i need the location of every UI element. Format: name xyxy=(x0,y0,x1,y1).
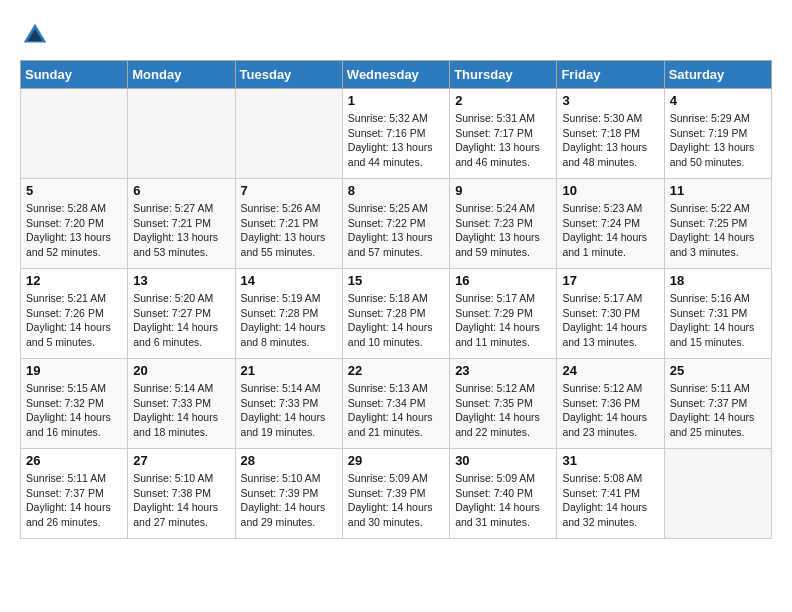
day-detail: Sunrise: 5:29 AMSunset: 7:19 PMDaylight:… xyxy=(670,111,766,170)
day-detail: Sunrise: 5:17 AMSunset: 7:29 PMDaylight:… xyxy=(455,291,551,350)
day-detail: Sunrise: 5:16 AMSunset: 7:31 PMDaylight:… xyxy=(670,291,766,350)
day-detail: Sunrise: 5:24 AMSunset: 7:23 PMDaylight:… xyxy=(455,201,551,260)
day-number: 6 xyxy=(133,183,229,198)
calendar-cell: 24Sunrise: 5:12 AMSunset: 7:36 PMDayligh… xyxy=(557,359,664,449)
day-number: 3 xyxy=(562,93,658,108)
day-number: 18 xyxy=(670,273,766,288)
day-detail: Sunrise: 5:19 AMSunset: 7:28 PMDaylight:… xyxy=(241,291,337,350)
day-number: 26 xyxy=(26,453,122,468)
calendar-cell: 6Sunrise: 5:27 AMSunset: 7:21 PMDaylight… xyxy=(128,179,235,269)
day-detail: Sunrise: 5:25 AMSunset: 7:22 PMDaylight:… xyxy=(348,201,444,260)
calendar-cell xyxy=(128,89,235,179)
calendar-cell: 17Sunrise: 5:17 AMSunset: 7:30 PMDayligh… xyxy=(557,269,664,359)
day-detail: Sunrise: 5:22 AMSunset: 7:25 PMDaylight:… xyxy=(670,201,766,260)
calendar-cell: 15Sunrise: 5:18 AMSunset: 7:28 PMDayligh… xyxy=(342,269,449,359)
day-detail: Sunrise: 5:11 AMSunset: 7:37 PMDaylight:… xyxy=(26,471,122,530)
day-number: 21 xyxy=(241,363,337,378)
day-number: 22 xyxy=(348,363,444,378)
day-number: 25 xyxy=(670,363,766,378)
calendar-cell: 13Sunrise: 5:20 AMSunset: 7:27 PMDayligh… xyxy=(128,269,235,359)
day-detail: Sunrise: 5:12 AMSunset: 7:35 PMDaylight:… xyxy=(455,381,551,440)
page-header xyxy=(20,20,772,50)
calendar-cell: 25Sunrise: 5:11 AMSunset: 7:37 PMDayligh… xyxy=(664,359,771,449)
calendar-cell: 31Sunrise: 5:08 AMSunset: 7:41 PMDayligh… xyxy=(557,449,664,539)
weekday-header: Monday xyxy=(128,61,235,89)
day-detail: Sunrise: 5:08 AMSunset: 7:41 PMDaylight:… xyxy=(562,471,658,530)
day-number: 30 xyxy=(455,453,551,468)
day-number: 7 xyxy=(241,183,337,198)
day-number: 14 xyxy=(241,273,337,288)
day-number: 4 xyxy=(670,93,766,108)
day-detail: Sunrise: 5:23 AMSunset: 7:24 PMDaylight:… xyxy=(562,201,658,260)
calendar-week-row: 5Sunrise: 5:28 AMSunset: 7:20 PMDaylight… xyxy=(21,179,772,269)
calendar-cell: 10Sunrise: 5:23 AMSunset: 7:24 PMDayligh… xyxy=(557,179,664,269)
weekday-header: Wednesday xyxy=(342,61,449,89)
calendar-cell: 29Sunrise: 5:09 AMSunset: 7:39 PMDayligh… xyxy=(342,449,449,539)
day-detail: Sunrise: 5:11 AMSunset: 7:37 PMDaylight:… xyxy=(670,381,766,440)
day-number: 20 xyxy=(133,363,229,378)
calendar-week-row: 12Sunrise: 5:21 AMSunset: 7:26 PMDayligh… xyxy=(21,269,772,359)
day-number: 11 xyxy=(670,183,766,198)
day-detail: Sunrise: 5:14 AMSunset: 7:33 PMDaylight:… xyxy=(241,381,337,440)
day-number: 10 xyxy=(562,183,658,198)
calendar-cell: 9Sunrise: 5:24 AMSunset: 7:23 PMDaylight… xyxy=(450,179,557,269)
calendar-cell: 26Sunrise: 5:11 AMSunset: 7:37 PMDayligh… xyxy=(21,449,128,539)
calendar-cell: 21Sunrise: 5:14 AMSunset: 7:33 PMDayligh… xyxy=(235,359,342,449)
calendar-cell: 4Sunrise: 5:29 AMSunset: 7:19 PMDaylight… xyxy=(664,89,771,179)
day-detail: Sunrise: 5:27 AMSunset: 7:21 PMDaylight:… xyxy=(133,201,229,260)
weekday-header: Friday xyxy=(557,61,664,89)
day-number: 19 xyxy=(26,363,122,378)
day-number: 9 xyxy=(455,183,551,198)
day-detail: Sunrise: 5:28 AMSunset: 7:20 PMDaylight:… xyxy=(26,201,122,260)
calendar-cell: 19Sunrise: 5:15 AMSunset: 7:32 PMDayligh… xyxy=(21,359,128,449)
calendar-cell: 5Sunrise: 5:28 AMSunset: 7:20 PMDaylight… xyxy=(21,179,128,269)
logo xyxy=(20,20,54,50)
day-number: 23 xyxy=(455,363,551,378)
logo-icon xyxy=(20,20,50,50)
calendar-cell xyxy=(21,89,128,179)
day-number: 28 xyxy=(241,453,337,468)
calendar-cell: 3Sunrise: 5:30 AMSunset: 7:18 PMDaylight… xyxy=(557,89,664,179)
day-detail: Sunrise: 5:12 AMSunset: 7:36 PMDaylight:… xyxy=(562,381,658,440)
calendar-cell: 18Sunrise: 5:16 AMSunset: 7:31 PMDayligh… xyxy=(664,269,771,359)
weekday-header-row: SundayMondayTuesdayWednesdayThursdayFrid… xyxy=(21,61,772,89)
day-number: 29 xyxy=(348,453,444,468)
weekday-header: Tuesday xyxy=(235,61,342,89)
day-detail: Sunrise: 5:10 AMSunset: 7:39 PMDaylight:… xyxy=(241,471,337,530)
calendar-cell: 8Sunrise: 5:25 AMSunset: 7:22 PMDaylight… xyxy=(342,179,449,269)
day-number: 27 xyxy=(133,453,229,468)
day-number: 16 xyxy=(455,273,551,288)
day-number: 8 xyxy=(348,183,444,198)
day-detail: Sunrise: 5:31 AMSunset: 7:17 PMDaylight:… xyxy=(455,111,551,170)
day-number: 2 xyxy=(455,93,551,108)
day-number: 15 xyxy=(348,273,444,288)
day-detail: Sunrise: 5:21 AMSunset: 7:26 PMDaylight:… xyxy=(26,291,122,350)
day-detail: Sunrise: 5:26 AMSunset: 7:21 PMDaylight:… xyxy=(241,201,337,260)
day-number: 12 xyxy=(26,273,122,288)
calendar-cell: 2Sunrise: 5:31 AMSunset: 7:17 PMDaylight… xyxy=(450,89,557,179)
day-detail: Sunrise: 5:32 AMSunset: 7:16 PMDaylight:… xyxy=(348,111,444,170)
day-detail: Sunrise: 5:17 AMSunset: 7:30 PMDaylight:… xyxy=(562,291,658,350)
calendar-cell: 1Sunrise: 5:32 AMSunset: 7:16 PMDaylight… xyxy=(342,89,449,179)
calendar-week-row: 1Sunrise: 5:32 AMSunset: 7:16 PMDaylight… xyxy=(21,89,772,179)
calendar-week-row: 19Sunrise: 5:15 AMSunset: 7:32 PMDayligh… xyxy=(21,359,772,449)
day-detail: Sunrise: 5:15 AMSunset: 7:32 PMDaylight:… xyxy=(26,381,122,440)
day-detail: Sunrise: 5:30 AMSunset: 7:18 PMDaylight:… xyxy=(562,111,658,170)
calendar-week-row: 26Sunrise: 5:11 AMSunset: 7:37 PMDayligh… xyxy=(21,449,772,539)
calendar-cell: 23Sunrise: 5:12 AMSunset: 7:35 PMDayligh… xyxy=(450,359,557,449)
calendar-cell: 27Sunrise: 5:10 AMSunset: 7:38 PMDayligh… xyxy=(128,449,235,539)
calendar-cell: 30Sunrise: 5:09 AMSunset: 7:40 PMDayligh… xyxy=(450,449,557,539)
calendar-cell: 11Sunrise: 5:22 AMSunset: 7:25 PMDayligh… xyxy=(664,179,771,269)
calendar-cell: 7Sunrise: 5:26 AMSunset: 7:21 PMDaylight… xyxy=(235,179,342,269)
day-detail: Sunrise: 5:18 AMSunset: 7:28 PMDaylight:… xyxy=(348,291,444,350)
day-number: 24 xyxy=(562,363,658,378)
day-detail: Sunrise: 5:10 AMSunset: 7:38 PMDaylight:… xyxy=(133,471,229,530)
weekday-header: Saturday xyxy=(664,61,771,89)
day-number: 13 xyxy=(133,273,229,288)
calendar-table: SundayMondayTuesdayWednesdayThursdayFrid… xyxy=(20,60,772,539)
calendar-cell: 14Sunrise: 5:19 AMSunset: 7:28 PMDayligh… xyxy=(235,269,342,359)
weekday-header: Thursday xyxy=(450,61,557,89)
day-detail: Sunrise: 5:14 AMSunset: 7:33 PMDaylight:… xyxy=(133,381,229,440)
calendar-cell: 12Sunrise: 5:21 AMSunset: 7:26 PMDayligh… xyxy=(21,269,128,359)
day-detail: Sunrise: 5:13 AMSunset: 7:34 PMDaylight:… xyxy=(348,381,444,440)
